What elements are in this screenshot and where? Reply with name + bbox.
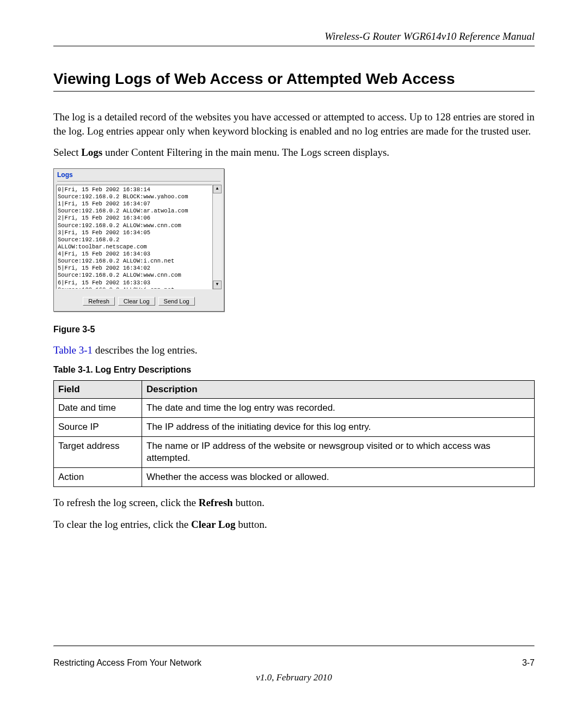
figure-caption: Figure 3-5 [53,325,535,334]
table-cell-field: Target address [54,436,142,467]
title-rule [53,91,535,92]
send-log-button[interactable]: Send Log [158,297,195,306]
text-fragment: To refresh the log screen, click the [53,497,199,508]
text-fragment: To clear the log entries, click the [53,519,191,530]
table-cell-desc: Whether the access was blocked or allowe… [142,467,535,486]
table-cell-field: Source IP [54,417,142,436]
table-cell-field: Action [54,467,142,486]
clear-log-keyword: Clear Log [191,519,235,530]
table-header-description: Description [142,380,535,398]
table-header-field: Field [54,380,142,398]
text-fragment: under Content Filtering in the main menu… [102,147,389,158]
table-cell-desc: The date and time the log entry was reco… [142,398,535,417]
table-row: Target address The name or IP address of… [54,436,535,467]
text-fragment: button. [233,497,265,508]
footer-chapter: Restricting Access From Your Network [53,658,201,668]
section-title: Viewing Logs of Web Access or Attempted … [53,70,535,88]
logs-list-container: 0|Fri, 15 Feb 2002 16:38:14 Source:192.1… [56,185,222,289]
scroll-up-icon[interactable]: ▲ [213,185,222,193]
table-row: Date and time The date and time the log … [54,398,535,417]
intro-paragraph-2: Select Logs under Content Filtering in t… [53,145,535,160]
refresh-button[interactable]: Refresh [83,297,115,306]
footer-version: v1.0, February 2010 [0,672,588,683]
table-row: Action Whether the access was blocked or… [54,467,535,486]
footer-page-number: 3-7 [522,658,535,668]
logs-button-row: Refresh Clear Log Send Log [54,289,224,311]
scroll-down-icon[interactable]: ▼ [213,281,222,289]
header-rule [53,46,535,46]
log-entry-descriptions-table: Field Description Date and time The date… [53,380,535,487]
refresh-keyword: Refresh [199,497,233,508]
table-cell-desc: The name or IP address of the website or… [142,436,535,467]
clear-log-button[interactable]: Clear Log [118,297,155,306]
footer-rule [53,646,535,647]
logs-separator [57,181,220,182]
table-3-1-link[interactable]: Table 3-1 [53,344,93,356]
refresh-instruction: To refresh the log screen, click the Ref… [53,496,535,510]
table-row: Source IP The IP address of the initiati… [54,417,535,436]
text-fragment: Select [53,147,81,158]
intro-paragraph-1: The log is a detailed record of the webs… [53,110,535,138]
table-caption: Table 3-1. Log Entry Descriptions [53,365,535,375]
logs-text-area[interactable]: 0|Fri, 15 Feb 2002 16:38:14 Source:192.1… [56,185,212,289]
logs-keyword: Logs [81,147,102,158]
text-fragment: describes the log entries. [93,344,198,356]
table-cell-desc: The IP address of the initiating device … [142,417,535,436]
clear-instruction: To clear the log entries, click the Clea… [53,518,535,532]
running-head: Wireless-G Router WGR614v10 Reference Ma… [53,31,535,46]
footer-row: Restricting Access From Your Network 3-7 [53,658,535,668]
table-reference-sentence: Table 3-1 describes the log entries. [53,343,535,357]
logs-panel-title: Logs [54,169,224,180]
text-fragment: button. [235,519,267,530]
table-cell-field: Date and time [54,398,142,417]
logs-screenshot: Logs 0|Fri, 15 Feb 2002 16:38:14 Source:… [53,168,224,312]
scrollbar[interactable]: ▲ ▼ [212,185,222,289]
